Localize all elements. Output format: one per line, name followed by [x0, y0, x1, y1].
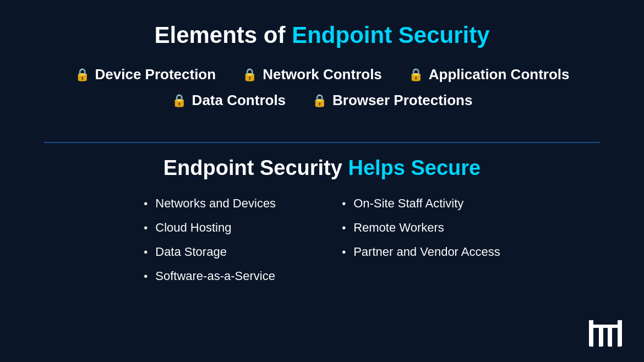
- subtitle-highlight: Helps Secure: [348, 156, 481, 179]
- list-item-onsite: • On-Site Staff Activity: [342, 196, 500, 211]
- bullet-7: •: [342, 246, 346, 257]
- title-highlight: Endpoint Security: [292, 22, 489, 48]
- list-item-remote: • Remote Workers: [342, 221, 500, 235]
- bottom-section: Endpoint Security Helps Secure • Network…: [44, 156, 600, 283]
- lock-icon-3: 🔒: [408, 68, 423, 82]
- elements-row-1: 🔒 Device Protection 🔒 Network Controls 🔒…: [75, 66, 570, 83]
- lock-icon-1: 🔒: [75, 68, 90, 82]
- bullet-1: •: [144, 198, 148, 209]
- left-column: • Networks and Devices • Cloud Hosting •…: [144, 196, 276, 283]
- list-label-cloud: Cloud Hosting: [155, 221, 231, 235]
- elements-row-2: 🔒 Data Controls 🔒 Browser Protections: [172, 92, 473, 109]
- element-browser-protections: 🔒 Browser Protections: [312, 92, 472, 109]
- main-title: Elements of Endpoint Security: [154, 22, 489, 48]
- list-item-networks: • Networks and Devices: [144, 196, 276, 211]
- list-label-remote: Remote Workers: [353, 221, 444, 235]
- element-label-4: Data Controls: [192, 92, 286, 109]
- list-item-cloud: • Cloud Hosting: [144, 221, 276, 235]
- element-network-controls: 🔒 Network Controls: [242, 66, 382, 83]
- svg-rect-1: [593, 326, 599, 347]
- list-label-onsite: On-Site Staff Activity: [353, 196, 463, 211]
- svg-rect-6: [593, 320, 618, 325]
- element-application-controls: 🔒 Application Controls: [408, 66, 570, 83]
- lock-icon-5: 🔒: [312, 94, 327, 108]
- list-label-saas: Software-as-a-Service: [155, 269, 275, 283]
- element-label-3: Application Controls: [429, 66, 570, 83]
- right-column: • On-Site Staff Activity • Remote Worker…: [342, 196, 500, 259]
- element-device-protection: 🔒 Device Protection: [75, 66, 216, 83]
- top-section: Elements of Endpoint Security 🔒 Device P…: [44, 22, 600, 118]
- svg-rect-4: [612, 326, 618, 347]
- element-label-1: Device Protection: [95, 66, 216, 83]
- logo-container: [589, 320, 622, 349]
- element-label-5: Browser Protections: [332, 92, 472, 109]
- list-item-partner: • Partner and Vendor Access: [342, 245, 500, 259]
- list-label-networks: Networks and Devices: [155, 196, 276, 211]
- bullet-6: •: [342, 222, 346, 233]
- subtitle: Endpoint Security Helps Secure: [163, 156, 481, 180]
- section-divider: [44, 142, 600, 143]
- list-item-saas: • Software-as-a-Service: [144, 269, 276, 283]
- bullet-3: •: [144, 246, 148, 257]
- two-column-list: • Networks and Devices • Cloud Hosting •…: [44, 196, 600, 283]
- bullet-5: •: [342, 198, 346, 209]
- list-label-storage: Data Storage: [155, 245, 227, 259]
- subtitle-normal: Endpoint Security: [163, 156, 342, 179]
- list-label-partner: Partner and Vendor Access: [353, 245, 500, 259]
- lock-icon-2: 🔒: [242, 68, 257, 82]
- element-data-controls: 🔒 Data Controls: [172, 92, 286, 109]
- element-label-2: Network Controls: [263, 66, 382, 83]
- brand-logo: [589, 320, 622, 347]
- bullet-4: •: [144, 271, 148, 282]
- lock-icon-4: 🔒: [172, 94, 187, 108]
- title-normal: Elements of: [154, 22, 285, 48]
- bullet-2: •: [144, 222, 148, 233]
- list-item-storage: • Data Storage: [144, 245, 276, 259]
